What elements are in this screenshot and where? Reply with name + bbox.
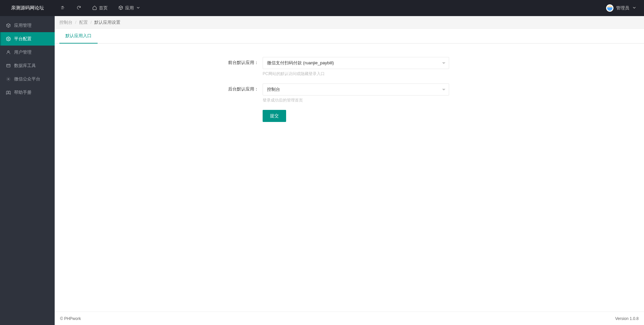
svg-point-1 [8,51,9,52]
sidebar-item-label: 帮助手册 [14,89,32,95]
brand-logo: 亲测源码网论坛 [0,5,55,11]
chevron-down-icon [442,89,445,90]
front-app-value: 微信支付扫码付款 (ruanjie_paybill) [267,60,334,66]
submit-button[interactable]: 提交 [263,110,286,122]
breadcrumb-console[interactable]: 控制台 [59,19,72,25]
sidebar-item-app-manage[interactable]: 应用管理 [0,19,55,32]
refresh-button[interactable] [71,0,87,16]
avatar [606,4,613,12]
gear-icon [6,37,11,41]
svg-point-3 [8,78,9,80]
refresh-icon [76,5,81,11]
menu-toggle-button[interactable] [55,0,71,16]
breadcrumb-current: 默认应用设置 [94,19,120,25]
gear-icon [6,77,11,81]
sidebar-item-label: 用户管理 [14,49,32,55]
front-app-label: 前台默认应用： [55,57,263,66]
nav-home[interactable]: 首页 [87,0,113,16]
tabs: 默认应用入口 [55,29,644,44]
sidebar-item-label: 平台配置 [14,36,32,42]
chevron-down-icon [136,5,141,11]
footer: © PHPwork Version 1.0.8 [55,312,644,325]
front-app-hint: PC网站的默认访问或隐藏登录入口 [263,71,449,77]
tab-default-entry[interactable]: 默认应用入口 [59,29,98,44]
sidebar-item-label: 数据库工具 [14,63,36,69]
breadcrumb-sep: / [75,20,76,25]
svg-rect-2 [7,64,10,67]
breadcrumb-config[interactable]: 配置 [79,19,88,25]
sidebar-item-platform-config[interactable]: 平台配置 [0,32,55,46]
user-name: 管理员 [616,5,629,11]
chevron-down-icon [632,5,637,11]
sidebar-item-label: 微信公众平台 [14,76,40,82]
breadcrumb-sep: / [91,20,92,25]
form: 前台默认应用： 微信支付扫码付款 (ruanjie_paybill) PC网站的… [55,44,644,142]
sidebar-item-wechat-platform[interactable]: 微信公众平台 [0,72,55,86]
back-app-hint: 登录成功后的管理首页 [263,97,449,103]
sidebar-item-user-manage[interactable]: 用户管理 [0,46,55,59]
cube-icon [118,5,123,11]
home-icon [92,5,97,11]
nav-apps-label: 应用 [125,5,134,11]
footer-copyright: © PHPwork [60,316,81,321]
book-icon [6,90,11,95]
sidebar-item-help-manual[interactable]: 帮助手册 [0,86,55,99]
svg-point-0 [8,38,9,40]
sidebar-item-database-tools[interactable]: 数据库工具 [0,59,55,72]
user-icon [6,50,11,55]
nav-apps[interactable]: 应用 [113,0,146,16]
cube-icon [6,23,11,28]
menu-collapse-icon [60,5,65,11]
back-app-value: 控制台 [267,86,280,92]
footer-version: Version 1.0.8 [615,316,639,321]
window-icon [6,63,11,68]
nav-home-label: 首页 [99,5,108,11]
back-app-label: 后台默认应用： [55,83,263,92]
breadcrumb: 控制台 / 配置 / 默认应用设置 [55,16,644,29]
user-menu-button[interactable]: 管理员 [603,0,640,16]
header: 亲测源码网论坛 首页 应用 [0,0,644,16]
sidebar-item-label: 应用管理 [14,22,32,28]
main: 控制台 / 配置 / 默认应用设置 默认应用入口 前台默认应用： 微信支付扫码付… [55,16,644,325]
front-app-select[interactable]: 微信支付扫码付款 (ruanjie_paybill) [263,57,449,69]
chevron-down-icon [442,62,445,64]
sidebar: 应用管理 平台配置 用户管理 数据库工具 微信公众平台 帮助手册 [0,16,55,325]
back-app-select[interactable]: 控制台 [263,83,449,95]
